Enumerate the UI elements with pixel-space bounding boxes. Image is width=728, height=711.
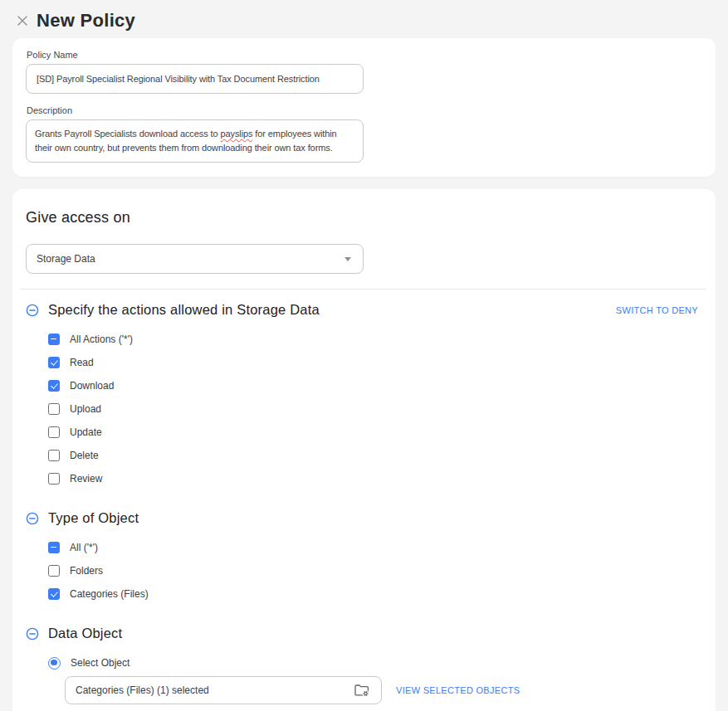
data-object-section-title: Data Object: [48, 626, 702, 641]
checkbox-all-actions-indeterminate[interactable]: [48, 334, 60, 345]
object-type-section-header: Type of Object: [26, 510, 702, 526]
checkbox-row-all-actions[interactable]: All Actions ('*'): [48, 328, 702, 351]
checkbox-download-checked[interactable]: [48, 380, 60, 392]
checkbox-row-delete[interactable]: Delete: [48, 444, 702, 467]
checkbox-delete-unchecked[interactable]: [48, 450, 60, 461]
access-on-value: Storage Data: [37, 253, 95, 265]
checkbox-all-indeterminate[interactable]: [48, 542, 60, 553]
access-on-select[interactable]: Storage Data: [26, 244, 364, 274]
checkbox-update-unchecked[interactable]: [48, 426, 60, 438]
page-title: New Policy: [37, 10, 135, 32]
selected-objects-row: Categories (Files) (1) selected: [65, 676, 702, 704]
checkbox-row-categories-files[interactable]: Categories (Files): [48, 582, 702, 606]
checkbox-label: Read: [70, 357, 94, 368]
checkbox-label: All Actions ('*'): [70, 334, 133, 345]
checkbox-label: Update: [70, 426, 102, 438]
view-selected-objects-link[interactable]: VIEW SELECTED OBJECTS: [396, 685, 520, 695]
page-header: New Policy: [0, 0, 728, 32]
collapse-section-icon[interactable]: [26, 627, 39, 640]
checkbox-review-unchecked[interactable]: [48, 473, 60, 485]
access-settings-card: Give access on Storage Data Specify the …: [12, 189, 716, 711]
selected-objects-input[interactable]: Categories (Files) (1) selected: [65, 676, 382, 704]
policy-name-label: Policy Name: [27, 50, 702, 60]
checkbox-label: Categories (Files): [70, 588, 149, 600]
description-input[interactable]: Grants Payroll Specialists download acce…: [26, 119, 364, 163]
misspelled-word: payslips: [220, 129, 252, 139]
collapse-section-icon[interactable]: [26, 304, 39, 317]
select-object-radio-row[interactable]: Select Object: [48, 651, 702, 674]
data-object-section-header: Data Object: [26, 626, 702, 641]
description-text: their own country, but prevents them fro…: [35, 143, 333, 153]
object-type-section-title: Type of Object: [48, 510, 702, 526]
checkbox-row-all[interactable]: All ('*'): [48, 536, 702, 559]
select-object-radio[interactable]: [48, 657, 61, 670]
checkbox-row-download[interactable]: Download: [48, 374, 702, 397]
folder-settings-icon[interactable]: [354, 683, 370, 698]
checkbox-row-upload[interactable]: Upload: [48, 397, 702, 421]
description-text: for employees within: [252, 129, 336, 139]
checkbox-row-review[interactable]: Review: [48, 467, 702, 490]
checkbox-label: Folders: [70, 565, 103, 577]
chevron-down-icon: [344, 257, 351, 261]
checkbox-row-folders[interactable]: Folders: [48, 559, 702, 582]
close-icon[interactable]: [16, 14, 29, 27]
description-text: Grants Payroll Specialists download acce…: [35, 129, 220, 139]
checkbox-upload-unchecked[interactable]: [48, 403, 60, 415]
divider: [21, 289, 706, 290]
policy-name-value: [SD] Payroll Specialist Regional Visibil…: [37, 74, 320, 84]
give-access-heading: Give access on: [26, 209, 702, 226]
checkbox-row-read[interactable]: Read: [48, 351, 702, 374]
checkbox-label: Review: [70, 473, 102, 485]
checkbox-read-checked[interactable]: [48, 357, 60, 368]
actions-checklist: All Actions ('*') Read Download Upload U…: [48, 328, 702, 490]
checkbox-label: Upload: [70, 403, 101, 415]
checkbox-categories-files-checked[interactable]: [48, 588, 60, 600]
switch-to-deny-link[interactable]: SWITCH TO DENY: [616, 305, 698, 315]
object-type-checklist: All ('*') Folders Categories (Files): [48, 536, 702, 606]
policy-details-card: Policy Name [SD] Payroll Specialist Regi…: [12, 38, 716, 177]
checkbox-label: Delete: [70, 450, 99, 461]
selected-objects-value: Categories (Files) (1) selected: [76, 684, 209, 696]
checkbox-label: All ('*'): [70, 542, 98, 553]
select-object-radio-label: Select Object: [71, 657, 129, 669]
checkbox-folders-unchecked[interactable]: [48, 565, 60, 577]
checkbox-row-update[interactable]: Update: [48, 421, 702, 444]
policy-name-input[interactable]: [SD] Payroll Specialist Regional Visibil…: [26, 64, 364, 94]
checkbox-label: Download: [70, 380, 114, 392]
collapse-section-icon[interactable]: [26, 512, 39, 525]
actions-section-header: Specify the actions allowed in Storage D…: [26, 302, 702, 318]
actions-section-title: Specify the actions allowed in Storage D…: [48, 302, 616, 318]
description-label: Description: [27, 105, 702, 115]
